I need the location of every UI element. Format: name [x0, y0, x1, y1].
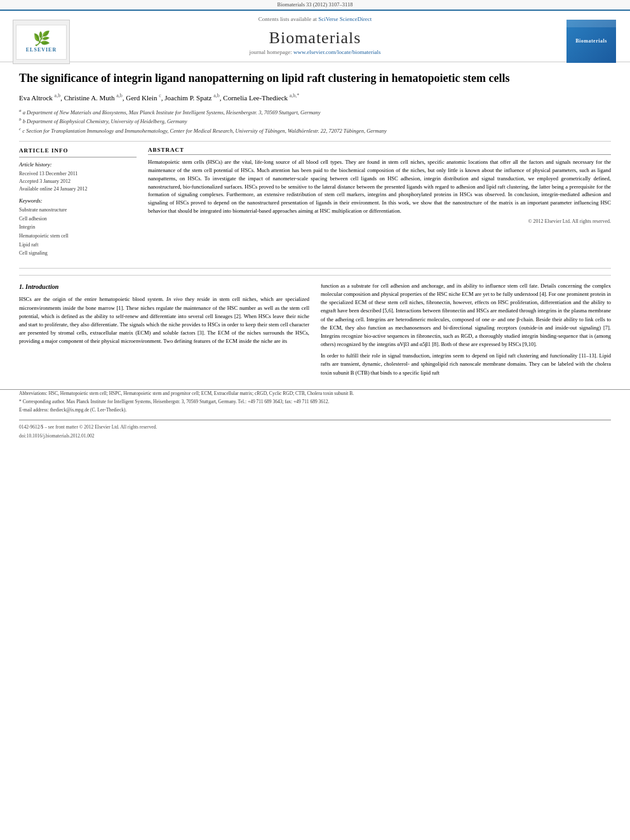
- abstract-column: ABSTRACT Hematopoietic stem cells (HSCs)…: [148, 147, 611, 262]
- elsevier-logo: 🌿 ELSEVIER: [16, 25, 67, 60]
- keyword-6: Cell signaling: [19, 249, 137, 258]
- keywords-label: Keywords:: [19, 197, 137, 205]
- intro-right-col: function as a substrate for cell adhesio…: [321, 282, 611, 380]
- authors-line: Eva Altrock a,b, Christine A. Muth a,b, …: [19, 92, 611, 103]
- article-info-abstract-section: ARTICLE INFO Article history: Received 1…: [19, 147, 611, 262]
- citation-line: Biomaterials 33 (2012) 3107–3118: [0, 0, 630, 11]
- journal-title: Biomaterials: [13, 29, 617, 48]
- article-history-group: Article history: Received 13 December 20…: [19, 161, 137, 193]
- article-info-header: ARTICLE INFO: [19, 147, 137, 157]
- journal-homepage: journal homepage: www.elsevier.com/locat…: [13, 49, 617, 55]
- keyword-3: Integrin: [19, 223, 137, 232]
- article-info-section: ARTICLE INFO Article history: Received 1…: [19, 147, 137, 258]
- keyword-2: Cell adhesion: [19, 215, 137, 223]
- available-text: Contents lists available at: [258, 16, 317, 22]
- keyword-5: Lipid raft: [19, 241, 137, 250]
- sciverse-link[interactable]: SciVerse ScienceDirect: [318, 16, 372, 22]
- keywords-group: Keywords: Substrate nanostructure Cell a…: [19, 197, 137, 258]
- section-number: 1.: [19, 283, 24, 290]
- abstract-paragraph: Hematopoietic stem cells (HSCs) are the …: [148, 158, 611, 215]
- abbreviations-note: Abbreviations: HSC, Hematopoietic stem c…: [19, 390, 611, 397]
- issn-note: 0142-9612/$ – see front matter © 2012 El…: [19, 423, 611, 431]
- authors-text: Eva Altrock a,b, Christine A. Muth a,b, …: [19, 94, 299, 102]
- journal-header: Biomaterials 33 (2012) 3107–3118 Content…: [0, 0, 630, 62]
- affiliation-a: a a Department of New Materials and Bios…: [19, 107, 611, 117]
- biomaterials-badge: Biomaterials: [566, 20, 616, 63]
- journal-title-area: Biomaterials journal homepage: www.elsev…: [13, 29, 617, 55]
- keywords-list: Substrate nanostructure Cell adhesion In…: [19, 206, 137, 258]
- journal-banner-area: Contents lists available at SciVerse Sci…: [0, 11, 630, 62]
- divider-2: [19, 268, 611, 269]
- section-title: 1. Introduction: [19, 282, 309, 292]
- main-content: The significance of integrin ligand nano…: [0, 62, 630, 387]
- introduction-section: 1. Introduction HSCs are the origin of t…: [19, 275, 611, 380]
- sciverse-line: Contents lists available at SciVerse Sci…: [13, 16, 617, 22]
- intro-left-col: 1. Introduction HSCs are the origin of t…: [19, 282, 309, 380]
- elsevier-logo-container: 🌿 ELSEVIER: [13, 20, 70, 64]
- keyword-1: Substrate nanostructure: [19, 206, 137, 215]
- intro-paragraph-3: In order to fulfill their role in signal…: [321, 352, 611, 377]
- introduction-two-col: 1. Introduction HSCs are the origin of t…: [19, 282, 611, 380]
- intro-paragraph-2: function as a substrate for cell adhesio…: [321, 282, 611, 349]
- history-label: Article history:: [19, 161, 137, 169]
- homepage-link[interactable]: www.elsevier.com/locate/biomaterials: [293, 49, 380, 55]
- doi-note: doi:10.1016/j.biomaterials.2012.01.002: [19, 432, 611, 440]
- footnotes-area: Abbreviations: HSC, Hematopoietic stem c…: [0, 389, 630, 414]
- received-date: Received 13 December 2011: [19, 170, 137, 178]
- affiliations: a a Department of New Materials and Bios…: [19, 107, 611, 135]
- email-note: E-mail address: thedieck@is.mpg.de (C. L…: [19, 406, 611, 413]
- affiliation-b: b b Department of Biophysical Chemistry,…: [19, 116, 611, 126]
- journal-banner: 🌿 ELSEVIER Biomaterials journal homepage…: [13, 25, 617, 59]
- section-title-text: Introduction: [25, 283, 58, 290]
- divider-1: [19, 141, 611, 142]
- article-info-column: ARTICLE INFO Article history: Received 1…: [19, 147, 137, 262]
- article-title: The significance of integrin ligand nano…: [19, 71, 611, 86]
- abstract-header: ABSTRACT: [148, 147, 611, 155]
- available-online-date: Available online 24 January 2012: [19, 185, 137, 193]
- elsevier-tree-icon: 🌿: [33, 32, 50, 46]
- corresponding-author-note: * Corresponding author. Max Planck Insti…: [19, 398, 611, 405]
- intro-paragraph-1: HSCs are the origin of the entire hemato…: [19, 295, 309, 345]
- biomaterials-badge-container: Biomaterials: [566, 20, 617, 64]
- homepage-label: journal homepage:: [250, 49, 292, 55]
- abstract-text: Hematopoietic stem cells (HSCs) are the …: [148, 158, 611, 215]
- keyword-4: Hematopoietic stem cell: [19, 232, 137, 241]
- affiliation-c: c c Section for Transplantation Immunolo…: [19, 126, 611, 135]
- accepted-date: Accepted 3 January 2012: [19, 178, 137, 185]
- page-footer: 0142-9612/$ – see front matter © 2012 El…: [19, 420, 611, 440]
- elsevier-wordmark: ELSEVIER: [26, 47, 57, 53]
- copyright-line: © 2012 Elsevier Ltd. All rights reserved…: [148, 218, 611, 224]
- citation-text: Biomaterials 33 (2012) 3107–3118: [278, 1, 353, 8]
- biomaterials-badge-text: Biomaterials: [575, 38, 607, 44]
